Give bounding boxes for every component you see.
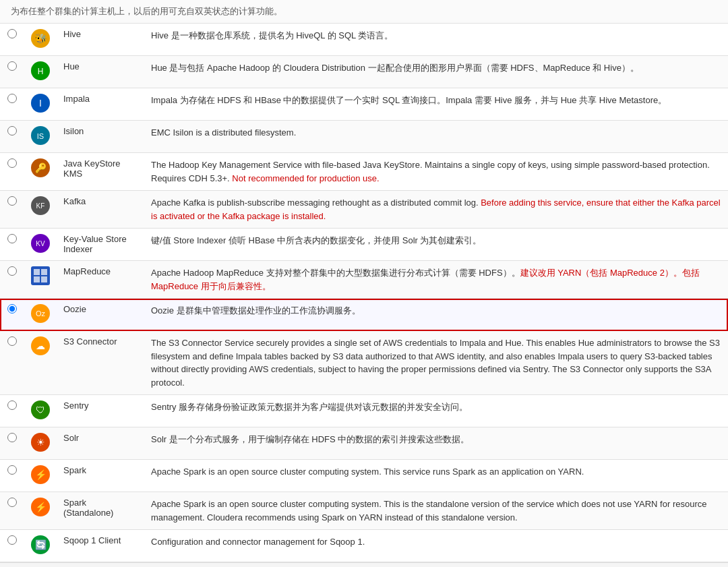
service-row-jks: 🔑Java KeyStore KMSThe Hadoop Key Managem… xyxy=(0,153,728,191)
svg-text:🐝: 🐝 xyxy=(35,33,47,44)
radio-s3[interactable] xyxy=(7,336,17,346)
svg-text:⚡: ⚡ xyxy=(35,502,47,513)
name-kafka: Kafka xyxy=(57,191,144,229)
service-row-kafka: KFKafkaApache Kafka is publish-subscribe… xyxy=(0,191,728,229)
desc-solr: Solr 是一个分布式服务，用于编制存储在 HDFS 中的数据的索引并搜索这些数… xyxy=(144,427,728,460)
service-table: 🐝HiveHive 是一种数据仓库系统，提供名为 HiveQL 的 SQL 类语… xyxy=(0,24,728,562)
radio-kv[interactable] xyxy=(7,234,17,243)
svg-rect-16 xyxy=(41,269,47,275)
desc-extra-kafka: Before adding this service, ensure that … xyxy=(151,198,721,221)
name-jks: Java KeyStore KMS xyxy=(57,153,144,191)
name-spark_standalone: Spark (Standalone) xyxy=(57,492,144,530)
desc-hive: Hive 是一种数据仓库系统，提供名为 HiveQL 的 SQL 类语言。 xyxy=(144,24,728,56)
svg-text:🔄: 🔄 xyxy=(35,539,47,551)
icon-oozie: Oz xyxy=(24,299,57,331)
desc-extra-jks: Not recommended for production use. xyxy=(232,173,379,183)
svg-text:KV: KV xyxy=(36,240,45,247)
radio-spark[interactable] xyxy=(7,465,17,475)
service-row-s3: ☁S3 ConnectorThe S3 Connector Service se… xyxy=(0,331,728,395)
svg-text:☁: ☁ xyxy=(36,340,45,351)
icon-jks: 🔑 xyxy=(24,153,57,191)
icon-isilon: IS xyxy=(24,121,57,153)
name-solr: Solr xyxy=(57,427,144,460)
svg-text:I: I xyxy=(39,98,42,109)
page-wrapper: 为布任整个群集的计算主机上，以后的用可充自双英状态的计算功能。 🐝HiveHiv… xyxy=(0,0,728,567)
service-row-sentry: 🛡SentrySentry 服务存储身份验证政策元数据并为客户端提供对该元数据的… xyxy=(0,395,728,427)
name-spark: Spark xyxy=(57,460,144,492)
desc-sentry: Sentry 服务存储身份验证政策元数据并为客户端提供对该元数据的并发安全访问。 xyxy=(144,395,728,427)
desc-spark: Apache Spark is an open source cluster c… xyxy=(144,460,728,492)
name-hue: Hue xyxy=(57,56,144,88)
radio-isilon[interactable] xyxy=(7,126,17,136)
service-row-hive: 🐝HiveHive 是一种数据仓库系统，提供名为 HiveQL 的 SQL 类语… xyxy=(0,24,728,56)
radio-sqoop[interactable] xyxy=(7,535,17,545)
icon-kafka: KF xyxy=(24,191,57,229)
icon-kv: KV xyxy=(24,229,57,261)
name-hive: Hive xyxy=(57,24,144,56)
desc-impala: Impala 为存储在 HDFS 和 HBase 中的数据提供了一个实时 SQL… xyxy=(144,88,728,121)
icon-hive: 🐝 xyxy=(24,24,57,56)
service-row-sqoop: 🔄Sqoop 1 ClientConfiguration and connect… xyxy=(0,530,728,562)
top-description: 为布任整个群集的计算主机上，以后的用可充自双英状态的计算功能。 xyxy=(0,0,728,24)
svg-text:H: H xyxy=(38,67,44,76)
svg-rect-17 xyxy=(34,276,40,282)
desc-kafka: Apache Kafka is publish-subscribe messag… xyxy=(144,191,728,229)
name-isilon: Isilon xyxy=(57,121,144,153)
desc-oozie: Oozie 是群集中管理数据处理作业的工作流协调服务。 xyxy=(144,299,728,331)
icon-sentry: 🛡 xyxy=(24,395,57,427)
svg-text:KF: KF xyxy=(36,202,45,210)
radio-oozie[interactable] xyxy=(7,304,17,314)
desc-extra-mapreduce: 建议改用 YARN（包括 MapReduce 2）。包括 MapReduce 用… xyxy=(151,268,700,291)
icon-spark: ⚡ xyxy=(24,460,57,492)
radio-jks[interactable] xyxy=(7,158,17,168)
icon-mapreduce xyxy=(24,261,57,299)
icon-sqoop: 🔄 xyxy=(24,530,57,562)
desc-s3: The S3 Connector Service securely provid… xyxy=(144,331,728,395)
radio-impala[interactable] xyxy=(7,94,17,103)
svg-rect-15 xyxy=(34,269,40,275)
service-row-spark: ⚡SparkApache Spark is an open source clu… xyxy=(0,460,728,492)
name-oozie: Oozie xyxy=(57,299,144,331)
service-row-mapreduce: MapReduceApache Hadoop MapReduce 支持对整个群集… xyxy=(0,261,728,299)
icon-hue: H xyxy=(24,56,57,88)
service-row-oozie: OzOozieOozie 是群集中管理数据处理作业的工作流协调服务。 xyxy=(0,299,728,331)
svg-rect-18 xyxy=(41,276,47,282)
service-row-solr: ☀SolrSolr 是一个分布式服务，用于编制存储在 HDFS 中的数据的索引并… xyxy=(0,427,728,460)
name-impala: Impala xyxy=(57,88,144,121)
icon-impala: I xyxy=(24,88,57,121)
icon-s3: ☁ xyxy=(24,331,57,395)
radio-kafka[interactable] xyxy=(7,196,17,206)
desc-spark_standalone: Apache Spark is an open source cluster c… xyxy=(144,492,728,530)
name-kv: Key-Value Store Indexer xyxy=(57,229,144,261)
service-row-isilon: ISIsilonEMC Isilon is a distributed file… xyxy=(0,121,728,153)
svg-text:🔑: 🔑 xyxy=(35,162,47,174)
svg-text:☀: ☀ xyxy=(36,437,45,448)
name-mapreduce: MapReduce xyxy=(57,261,144,299)
svg-text:IS: IS xyxy=(37,132,44,140)
radio-hive[interactable] xyxy=(7,29,17,38)
icon-spark_standalone: ⚡ xyxy=(24,492,57,530)
desc-sqoop: Configuration and connector management f… xyxy=(144,530,728,562)
radio-mapreduce[interactable] xyxy=(7,266,17,276)
radio-spark_standalone[interactable] xyxy=(7,498,17,507)
name-s3: S3 Connector xyxy=(57,331,144,395)
radio-hue[interactable] xyxy=(7,61,17,71)
desc-isilon: EMC Isilon is a distributed filesystem. xyxy=(144,121,728,153)
desc-hue: Hue 是与包括 Apache Hadoop 的 Cloudera Distri… xyxy=(144,56,728,88)
icon-solr: ☀ xyxy=(24,427,57,460)
svg-text:Oz: Oz xyxy=(36,309,46,318)
name-sentry: Sentry xyxy=(57,395,144,427)
radio-solr[interactable] xyxy=(7,433,17,442)
footer: 返回 🐧 Hadoop实操 继续 xyxy=(0,562,728,567)
radio-sentry[interactable] xyxy=(7,400,17,410)
desc-jks: The Hadoop Key Management Service with f… xyxy=(144,153,728,191)
desc-kv: 键/值 Store Indexer 侦听 HBase 中所含表内的数据变化，并使… xyxy=(144,229,728,261)
svg-text:🛡: 🛡 xyxy=(36,405,45,415)
svg-text:⚡: ⚡ xyxy=(35,469,47,481)
service-row-spark_standalone: ⚡Spark (Standalone)Apache Spark is an op… xyxy=(0,492,728,530)
name-sqoop: Sqoop 1 Client xyxy=(57,530,144,562)
service-row-impala: IImpalaImpala 为存储在 HDFS 和 HBase 中的数据提供了一… xyxy=(0,88,728,121)
service-row-hue: HHueHue 是与包括 Apache Hadoop 的 Cloudera Di… xyxy=(0,56,728,88)
service-row-kv: KVKey-Value Store Indexer键/值 Store Index… xyxy=(0,229,728,261)
desc-mapreduce: Apache Hadoop MapReduce 支持对整个群集中的大型数据集进行… xyxy=(144,261,728,299)
